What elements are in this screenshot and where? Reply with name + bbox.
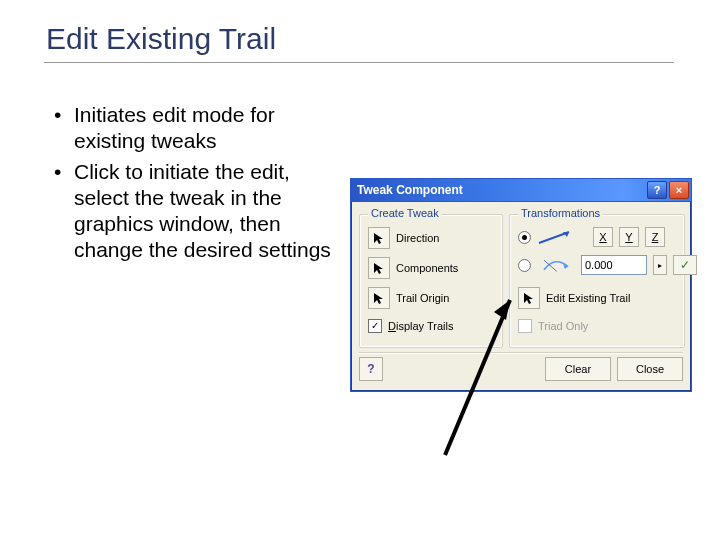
linear-arrow-icon [537,229,575,245]
trail-origin-label: Trail Origin [396,292,449,304]
rotate-transform-row: 0.000 ▸ ✓ [518,255,697,275]
titlebar-help-button[interactable]: ? [647,181,667,199]
clear-button[interactable]: Clear [545,357,611,381]
edit-existing-trail-button[interactable] [518,287,540,309]
rotate-arrow-icon [537,257,575,273]
edit-existing-trail-label: Edit Existing Trail [546,292,630,304]
components-icon-button[interactable] [368,257,390,279]
slide: Edit Existing Trail Initiates edit mode … [0,0,720,540]
close-button[interactable]: Close [617,357,683,381]
transformations-legend: Transformations [518,207,603,219]
transform-apply-button[interactable]: ✓ [673,255,697,275]
create-tweak-group: Create Tweak Direction Components [359,214,503,348]
components-label: Components [396,262,458,274]
tweak-dialog: Tweak Component ? × Create Tweak Directi… [350,178,692,392]
dialog-bottom-bar: ? Clear Close [351,354,691,384]
edit-existing-trail-row: Edit Existing Trail [518,287,630,309]
dialog-titlebar[interactable]: Tweak Component ? × [351,179,691,202]
triad-only-row: Triad Only [518,319,588,333]
axis-z-button[interactable]: Z [645,227,665,247]
dialog-title: Tweak Component [357,183,645,197]
direction-icon-button[interactable] [368,227,390,249]
rotate-radio[interactable] [518,259,531,272]
create-tweak-legend: Create Tweak [368,207,442,219]
slide-title: Edit Existing Trail [46,22,276,56]
cursor-icon [522,291,536,305]
bullet-list: Initiates edit mode for existing tweaks … [52,102,342,268]
trail-origin-icon-button[interactable] [368,287,390,309]
display-trails-label: Display Trails [388,320,453,332]
dialog-separator [359,352,683,353]
titlebar-close-button[interactable]: × [669,181,689,199]
transformations-group: Transformations X Y Z [509,214,685,348]
display-trails-text: Display Trails [388,320,453,332]
axis-y-button[interactable]: Y [619,227,639,247]
display-trails-checkbox[interactable]: ✓ [368,319,382,333]
bullet-1: Initiates edit mode for existing tweaks [52,102,342,155]
trail-origin-row: Trail Origin [368,287,449,309]
axis-x-button[interactable]: X [593,227,613,247]
bullet-2: Click to initiate the edit, select the t… [52,159,342,264]
cursor-arrow-icon [372,231,386,245]
triad-only-label: Triad Only [538,320,588,332]
components-row: Components [368,257,458,279]
title-underline [44,62,674,63]
transform-value-spin[interactable]: ▸ [653,255,667,275]
dialog-body: Create Tweak Direction Components [351,202,691,392]
display-trails-checkbox-row[interactable]: ✓ Display Trails [368,319,453,333]
transform-value-field[interactable]: 0.000 [581,255,647,275]
direction-label: Direction [396,232,439,244]
cursor-icon [372,261,386,275]
linear-radio[interactable] [518,231,531,244]
triad-only-checkbox [518,319,532,333]
direction-row: Direction [368,227,439,249]
help-button[interactable]: ? [359,357,383,381]
linear-transform-row: X Y Z [518,227,665,247]
cursor-icon [372,291,386,305]
